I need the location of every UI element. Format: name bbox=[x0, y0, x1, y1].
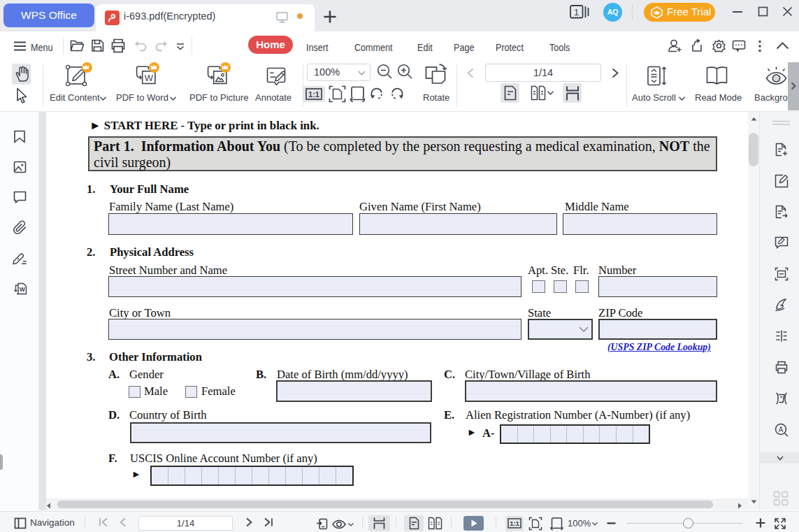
svg-text:1:1: 1:1 bbox=[308, 90, 319, 99]
svg-text:A: A bbox=[779, 426, 784, 433]
svg-text:1: 1 bbox=[574, 7, 579, 17]
svg-text:W: W bbox=[145, 73, 154, 83]
svg-text:1:1: 1:1 bbox=[510, 519, 519, 527]
svg-text:W: W bbox=[20, 286, 26, 293]
